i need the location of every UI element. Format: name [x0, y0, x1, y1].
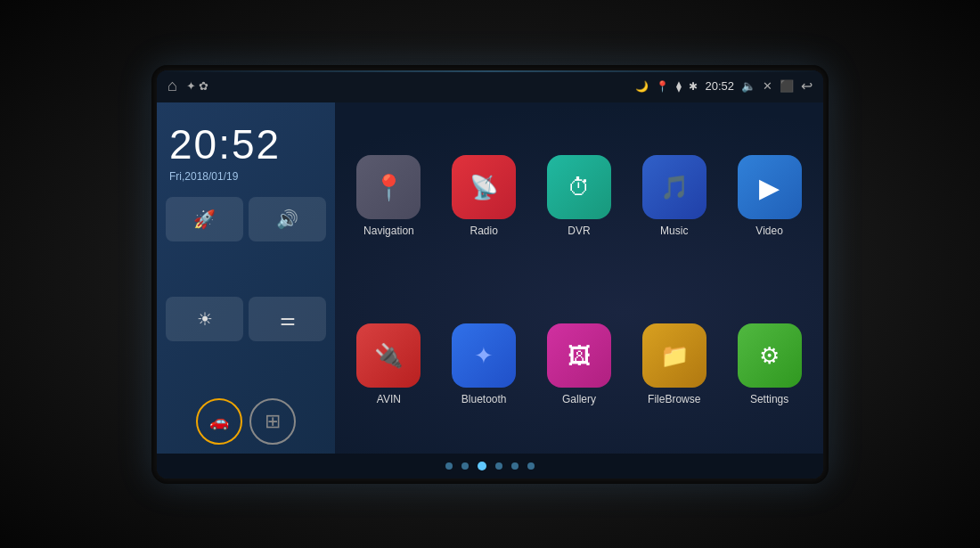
radio-icon-bg: 📡	[452, 155, 516, 219]
video-play-icon: ▶	[759, 172, 780, 203]
app-grid-panel: 📍 Navigation 📡 Radio ⏱	[335, 102, 823, 454]
bluetooth-label: Bluetooth	[461, 393, 507, 405]
bluetooth-icon: ⧫	[676, 80, 682, 93]
status-left: ⌂ ✦ ✿	[167, 77, 209, 95]
close-icon[interactable]: ✕	[763, 79, 772, 93]
volume-button[interactable]: 🔊	[249, 197, 326, 241]
radio-label: Radio	[470, 225, 498, 237]
music-icon-bg: 🎵	[642, 155, 706, 219]
car-mode-button[interactable]: 🚗	[196, 398, 242, 445]
window-icon[interactable]: ⬛	[780, 79, 794, 93]
avin-icon-bg: 🔌	[356, 323, 421, 388]
settings-icon-bg: ⚙	[738, 323, 802, 388]
boost-button[interactable]: 🚀	[166, 197, 243, 241]
radio-icon: 📡	[470, 174, 498, 201]
indicator-bar	[157, 454, 823, 478]
app-music[interactable]: 🎵 Music	[631, 117, 717, 276]
left-panel: 20:52 Fri,2018/01/19 🚀 🔊 ☀ ⚌ 🚗 ⊞	[157, 102, 335, 454]
indicator-dot-4[interactable]	[495, 462, 502, 470]
app-video[interactable]: ▶ Video	[726, 117, 813, 276]
status-bar: ⌂ ✦ ✿ 🌙 📍 ⧫ ✱ 20:52 🔈 ✕ ⬛ ↩	[157, 70, 823, 102]
filebrowse-icon: 📁	[660, 342, 689, 370]
clock-section: 20:52 Fri,2018/01/19	[166, 111, 326, 188]
screen: ⌂ ✦ ✿ 🌙 📍 ⧫ ✱ 20:52 🔈 ✕ ⬛ ↩	[157, 70, 823, 478]
app-navigation[interactable]: 📍 Navigation	[346, 117, 432, 276]
indicator-dot-3[interactable]	[478, 462, 486, 470]
music-label: Music	[660, 225, 688, 237]
navigation-icon: 📍	[373, 173, 404, 202]
moon-icon: 🌙	[635, 80, 649, 93]
settings-icon: ⚙	[759, 342, 780, 370]
indicator-dot-6[interactable]	[527, 462, 535, 470]
avin-icon: 🔌	[374, 342, 403, 370]
bluetooth-app-icon: ✦	[474, 342, 494, 370]
bluetooth-icon-bg: ✦	[452, 323, 516, 388]
volume-icon: 🔈	[741, 79, 755, 93]
gallery-label: Gallery	[562, 393, 596, 405]
dvr-icon: ⏱	[568, 174, 591, 201]
brightness-button[interactable]: ☀	[166, 297, 243, 341]
dvr-label: DVR	[568, 225, 590, 237]
clock-date: Fri,2018/01/19	[169, 170, 323, 183]
app-bluetooth[interactable]: ✦ Bluetooth	[441, 285, 527, 445]
avin-label: AVIN	[377, 393, 401, 405]
clock-time: 20:52	[169, 120, 323, 168]
app-gallery[interactable]: 🖼 Gallery	[536, 285, 623, 445]
status-time: 20:52	[705, 79, 734, 93]
app-settings[interactable]: ⚙ Settings	[726, 285, 813, 445]
bluetooth-status-icon: ✦ ✿	[186, 79, 209, 93]
video-icon-bg: ▶	[738, 155, 802, 219]
app-grid: 📍 Navigation 📡 Radio ⏱	[346, 117, 813, 445]
app-avin[interactable]: 🔌 AVIN	[346, 285, 432, 445]
app-dvr[interactable]: ⏱ DVR	[536, 117, 623, 276]
music-icon: 🎵	[660, 174, 689, 201]
apps-grid-button[interactable]: ⊞	[249, 398, 296, 445]
location-icon: 📍	[656, 80, 669, 93]
equalizer-button[interactable]: ⚌	[249, 297, 326, 341]
main-content: 20:52 Fri,2018/01/19 🚀 🔊 ☀ ⚌ 🚗 ⊞	[157, 102, 823, 454]
screen-bezel: ⌂ ✦ ✿ 🌙 📍 ⧫ ✱ 20:52 🔈 ✕ ⬛ ↩	[151, 65, 829, 484]
gallery-icon: 🖼	[568, 342, 591, 370]
video-label: Video	[755, 225, 782, 237]
navigation-label: Navigation	[363, 225, 414, 237]
app-filebrowse[interactable]: 📁 FileBrowse	[631, 285, 717, 445]
filebrowse-icon-bg: 📁	[642, 323, 706, 388]
settings-label: Settings	[750, 393, 788, 405]
car-frame: ⌂ ✦ ✿ 🌙 📍 ⧫ ✱ 20:52 🔈 ✕ ⬛ ↩	[0, 0, 980, 548]
filebrowse-label: FileBrowse	[648, 393, 700, 405]
home-icon[interactable]: ⌂	[167, 77, 177, 95]
indicator-dot-1[interactable]	[445, 462, 453, 470]
dvr-icon-bg: ⏱	[547, 155, 611, 219]
indicator-dot-2[interactable]	[461, 462, 469, 470]
gallery-icon-bg: 🖼	[547, 323, 611, 388]
status-right: 🌙 📍 ⧫ ✱ 20:52 🔈 ✕ ⬛ ↩	[635, 78, 813, 94]
app-radio[interactable]: 📡 Radio	[441, 117, 527, 276]
navigation-icon-bg: 📍	[356, 155, 421, 219]
back-icon[interactable]: ↩	[801, 78, 813, 94]
quick-actions: 🚀 🔊 ☀ ⚌	[166, 197, 326, 391]
indicator-dot-5[interactable]	[511, 462, 519, 470]
signal-icon: ✱	[689, 80, 698, 93]
bottom-left-buttons: 🚗 ⊞	[166, 398, 326, 445]
